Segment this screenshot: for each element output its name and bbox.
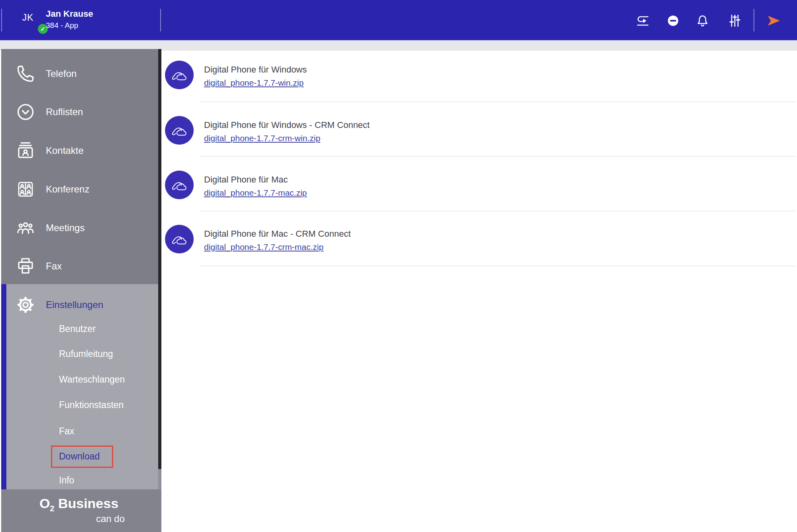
sidebar-item-fax[interactable]: Fax [1, 255, 157, 277]
sidebar-subitem-benutzer[interactable]: Benutzer [1, 319, 157, 338]
brand-tagline: can do [33, 513, 125, 524]
row-divider [199, 211, 796, 211]
sidebar-logo-section: O2 Business can do [1, 489, 161, 532]
send-plane-icon[interactable] [765, 12, 782, 29]
digital-phone-app-icon [165, 116, 194, 145]
sidebar-item-label: Einstellungen [46, 294, 103, 316]
sidebar-item-label: Meetings [46, 217, 84, 239]
call-forward-icon[interactable] [634, 12, 651, 29]
user-name: Jan Krause [46, 9, 93, 19]
subitem-label: Rufumleitung [59, 344, 113, 363]
subitem-label: Fax [59, 422, 74, 441]
sidebar-subitem-funktionstasten[interactable]: Funktionstasten [1, 395, 157, 414]
sidebar-subitem-fax[interactable]: Fax [1, 422, 157, 441]
download-title: Digital Phone für Windows [204, 65, 307, 75]
conference-grid-icon [16, 179, 35, 199]
download-row: Digital Phone für Mac - CRM Connect digi… [165, 225, 795, 253]
topbar-divider [160, 9, 161, 31]
sidebar-scrollbar-thumb[interactable] [158, 49, 161, 469]
download-row: Digital Phone für Windows digital_phone-… [165, 61, 795, 89]
top-bar: JK ✓ Jan Krause 384 - App [0, 0, 797, 40]
sidebar-item-kontakte[interactable]: Kontakte [1, 139, 157, 162]
settings-sliders-icon[interactable] [726, 12, 744, 29]
subitem-label: Funktionstasten [59, 395, 124, 414]
sidebar-item-label: Kontakte [46, 139, 84, 162]
sidebar-item-telefon[interactable]: Telefon [1, 63, 157, 85]
download-page: Digital Phone für Windows digital_phone-… [161, 51, 797, 532]
sidebar-item-meetings[interactable]: Meetings [1, 217, 157, 239]
digital-phone-app-icon [165, 171, 194, 199]
download-title: Digital Phone für Windows - CRM Connect [204, 120, 370, 130]
o2-business-logo: O2 Business can do [33, 496, 125, 524]
brand-name: O2 Business [33, 496, 125, 513]
download-title: Digital Phone für Mac - CRM Connect [204, 229, 351, 239]
digital-phone-app-icon [165, 225, 194, 253]
meetings-people-icon [16, 218, 35, 238]
fax-printer-icon [16, 256, 35, 276]
sidebar: O2 Business can do Telefon Ruflisten [1, 49, 161, 532]
notifications-bell-icon[interactable] [694, 12, 711, 29]
download-row: Digital Phone für Windows - CRM Connect … [165, 116, 795, 145]
download-row: Digital Phone für Mac digital_phone-1.7.… [165, 171, 795, 199]
contacts-card-icon [16, 141, 35, 161]
sidebar-subitem-warteschlangen[interactable]: Warteschlangen [1, 370, 157, 389]
sidebar-item-label: Fax [46, 255, 62, 277]
sidebar-item-konferenz[interactable]: Konferenz [1, 178, 157, 200]
subitem-label: Warteschlangen [59, 370, 125, 389]
subitem-label: Info [59, 471, 74, 490]
sidebar-item-ruflisten[interactable]: Ruflisten [1, 101, 157, 123]
sidebar-item-label: Telefon [46, 63, 77, 85]
download-link[interactable]: digital_phone-1.7.7-crm-mac.zip [204, 242, 324, 252]
row-divider [199, 266, 796, 266]
download-link[interactable]: digital_phone-1.7.7-mac.zip [204, 188, 307, 198]
topbar-divider [1, 9, 2, 31]
sidebar-item-label: Konferenz [46, 178, 89, 200]
avatar[interactable]: JK ✓ [19, 9, 41, 31]
subitem-label: Benutzer [59, 319, 96, 338]
gear-icon [16, 295, 35, 315]
download-link[interactable]: digital_phone-1.7.7-crm-win.zip [204, 133, 320, 143]
avatar-initials: JK [19, 12, 37, 23]
row-divider [199, 156, 796, 157]
row-divider [199, 102, 796, 102]
download-highlight-box [51, 446, 113, 468]
sidebar-subitem-info[interactable]: Info [1, 471, 157, 490]
call-history-clock-icon [16, 102, 35, 122]
download-link[interactable]: digital_phone-1.7.7-win.zip [204, 78, 304, 88]
phone-icon [16, 64, 35, 84]
sidebar-item-label: Ruflisten [46, 101, 83, 123]
digital-phone-app-icon [165, 61, 194, 89]
user-block: Jan Krause 384 - App [46, 9, 93, 31]
user-extension: 384 - App [46, 20, 93, 31]
sidebar-subitem-rufumleitung[interactable]: Rufumleitung [1, 344, 157, 363]
sidebar-item-einstellungen[interactable]: Einstellungen [1, 294, 157, 316]
sidebar-scrollbar-track [158, 469, 161, 489]
topbar-divider [754, 9, 754, 31]
do-not-disturb-icon[interactable] [664, 12, 682, 29]
download-title: Digital Phone für Mac [204, 175, 288, 185]
